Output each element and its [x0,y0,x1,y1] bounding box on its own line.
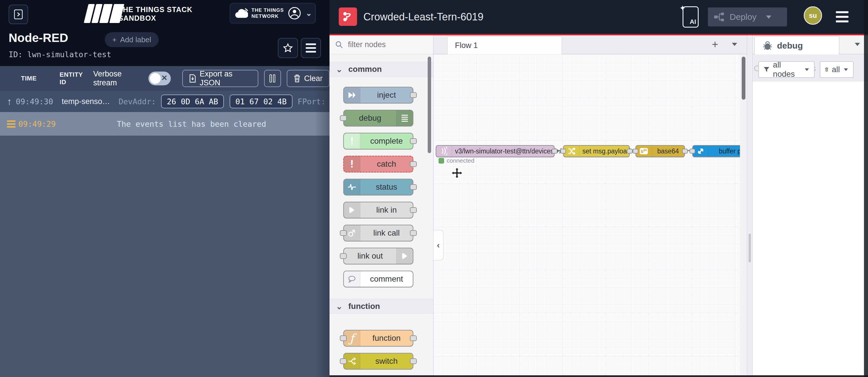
input-port[interactable] [632,149,639,154]
input-port[interactable] [340,115,347,121]
event-time: 09:49:29 [19,119,56,128]
palette-node-link-call[interactable]: link call [343,225,413,241]
output-port[interactable] [410,92,417,98]
input-port[interactable] [689,149,695,154]
palette-node-comment[interactable]: comment [343,271,413,287]
palette-search [330,35,433,54]
add-label-button[interactable]: +Add label [105,32,159,47]
tab-flow-1[interactable]: Flow 1 [447,36,562,54]
tab-debug[interactable]: debug [754,36,839,55]
add-label-text: Add label [120,35,151,44]
input-port[interactable] [340,335,347,341]
user-avatar[interactable]: su [804,6,822,25]
link-out-icon [396,248,413,264]
event-row-uplink[interactable]: ↑ 09:49:30 temp-senso… DevAddr: 26 0D 6A… [0,91,330,112]
network-switcher-dropdown[interactable]: THE THINGS NETWORK ⌄ [229,3,316,24]
pause-icon [270,75,275,83]
filter-nodes-button[interactable]: all nodes [758,61,815,78]
deploy-icon [714,12,725,22]
deploy-button[interactable]: Deploy [708,7,787,26]
node-red-pane: Crowded-Least-Tern-6019 ✦ AI Deploy su ⌄… [330,0,868,377]
file-export-icon [189,74,196,83]
column-entity-id: ENTITY ID [60,71,89,86]
output-port[interactable] [410,138,417,144]
logo-line2: SANDBOX [118,14,193,22]
output-port[interactable] [410,358,417,364]
network-line1: THE THINGS [251,7,284,13]
palette-section-common[interactable]: ⌄ common [330,62,433,77]
palette-section-function[interactable]: ⌄ function [330,299,433,314]
list-cleared-icon [7,119,16,129]
output-port[interactable] [410,335,417,341]
flow-canvas[interactable]: v3/lwn-simulator-test@ttn/devices/+/up c… [433,54,740,375]
devaddr-badge[interactable]: 26 0D 6A AB [161,94,224,108]
comment-icon [344,271,360,287]
canvas-scroll-track[interactable] [740,54,747,375]
verbose-stream-toggle[interactable]: ✕ [148,71,171,85]
flow-node-buffer-parser[interactable]: buffer parser [692,145,740,157]
star-icon [283,43,293,53]
clear-events-button[interactable]: Clear [287,70,330,87]
sidebar-splitter[interactable] [747,35,753,377]
splitter-handle[interactable] [749,234,751,262]
output-port[interactable] [410,230,417,236]
verbose-stream-label: Verbose stream [93,69,144,87]
event-row-cleared[interactable]: 09:49:29 The events list has been cleare… [0,112,330,136]
input-port[interactable] [340,230,347,236]
palette-node-switch[interactable]: switch [343,353,413,370]
palette-node-complete[interactable]: ! complete [343,133,413,149]
add-flow-button[interactable]: + [712,38,718,51]
output-port[interactable] [410,207,417,213]
trash-icon [293,75,301,83]
deploy-options-caret[interactable] [766,16,771,19]
sidebar-toggle-button[interactable] [9,5,28,24]
palette-node-function[interactable]: ƒ function [343,330,413,347]
canvas-scrollbar-thumb[interactable] [742,57,745,100]
input-port[interactable] [560,149,566,154]
output-port[interactable] [410,161,417,167]
screen-right-edge [864,0,868,377]
clear-all-button[interactable]: all [820,61,854,78]
palette-node-link-in[interactable]: link in [343,202,413,219]
payload-badge[interactable]: 01 67 02 4B [229,94,292,108]
flow-node-change[interactable]: set msg.payload [563,145,630,157]
filter-nodes-input[interactable] [347,40,420,50]
debug-icon [396,110,413,126]
palette-collapse-handle[interactable]: ‹ [433,230,443,260]
palette-scrollbar[interactable] [428,57,431,153]
change-icon [564,146,580,156]
input-port[interactable] [340,358,347,364]
network-line2: NETWORK [251,13,284,19]
filter-label: all nodes [773,60,801,79]
export-json-button[interactable]: Export as JSON [182,70,258,87]
palette-node-debug[interactable]: debug [343,110,413,126]
device-name: Node-RED [9,31,68,45]
output-port[interactable] [627,149,632,154]
status-icon [344,179,360,195]
event-message: The events list has been cleared [117,119,266,128]
palette-node-link-out[interactable]: link out [343,248,413,264]
debug-toolbar: Clear messages all nodes all [753,54,868,81]
node-red-header: Crowded-Least-Tern-6019 ✦ AI Deploy su [330,0,868,35]
sidebar-tabs-caret[interactable] [855,43,860,46]
flow-node-mqtt-in[interactable]: v3/lwn-simulator-test@ttn/devices/+/up [436,145,555,157]
menu-icon [306,41,316,55]
funnel-icon [764,66,770,73]
palette-node-status[interactable]: status [343,179,413,195]
debug-sidebar: debug Clear messages all nodes all [753,35,868,377]
complete-icon: ! [344,133,360,149]
device-menu-button[interactable] [301,38,321,58]
pause-stream-button[interactable] [264,70,281,87]
palette-node-inject[interactable]: inject [343,87,413,104]
output-port[interactable] [410,184,417,190]
main-menu-button[interactable] [836,9,848,25]
tts-logo-text: THE THINGS STACK SANDBOX [118,5,193,22]
flow-node-base64[interactable]: b64 base64 [636,145,685,157]
palette-node-catch[interactable]: ! catch [343,156,413,172]
flow-list-caret[interactable] [732,43,737,46]
output-port[interactable] [552,149,557,154]
ai-assistant-button[interactable]: ✦ AI [683,6,699,28]
output-port[interactable] [682,149,688,154]
input-port[interactable] [340,253,347,259]
bookmark-button[interactable] [278,38,298,58]
